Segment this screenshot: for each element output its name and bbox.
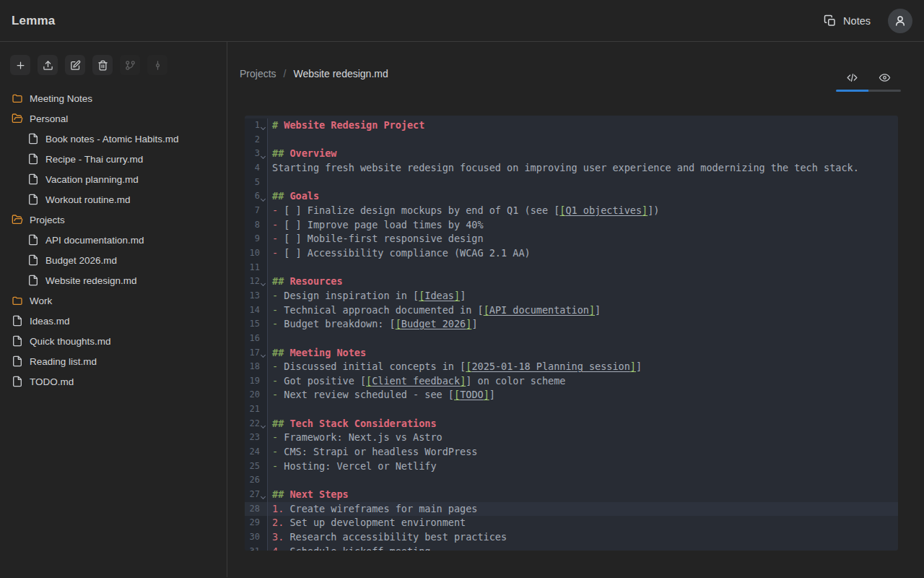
tree-item-vacation-planning-md[interactable]: Vacation planning.md <box>0 169 227 189</box>
fold-chevron-icon[interactable] <box>260 275 267 289</box>
wiki-link[interactable]: Budget 2026 <box>401 318 466 329</box>
fold-spacer <box>260 261 267 275</box>
line-content: - [ ] Finalize design mockups by end of … <box>268 204 660 218</box>
syntax-lb[interactable]: [ <box>366 375 372 387</box>
markdown-editor[interactable]: 1# Website Redesign Project2 3## Overvie… <box>245 116 898 551</box>
tree-item-label: TODO.md <box>30 376 74 387</box>
editor-line[interactable]: 14- Technical approach documented in [[A… <box>245 303 898 318</box>
tree-item-recipe-thai-curry-md[interactable]: Recipe - Thai curry.md <box>0 149 227 169</box>
tree-item-api-documentation-md[interactable]: API documentation.md <box>0 230 227 250</box>
notes-button[interactable]: Notes <box>819 12 875 30</box>
wiki-link[interactable]: Q1 objectives <box>565 204 642 216</box>
syntax-txt: Technical approach documented in [ <box>278 304 483 316</box>
fold-chevron-icon[interactable] <box>260 488 267 502</box>
file-tree: Meeting NotesPersonalBook notes - Atomic… <box>0 88 227 392</box>
fold-chevron-icon[interactable] <box>260 147 267 161</box>
fold-chevron-icon[interactable] <box>260 189 267 204</box>
tree-item-todo-md[interactable]: TODO.md <box>0 371 227 392</box>
tree-item-meeting-notes[interactable]: Meeting Notes <box>0 88 227 108</box>
line-gutter: 18 <box>245 360 268 374</box>
editor-line[interactable]: 20- Next review scheduled - see [[TODO]] <box>245 388 898 402</box>
editor-line[interactable]: 16 <box>245 332 898 346</box>
editor-line[interactable]: 9- [ ] Mobile-first responsive design <box>245 232 898 246</box>
editor-line[interactable]: 11 <box>245 261 898 275</box>
line-content: - Hosting: Vercel or Netlify <box>268 460 437 474</box>
syntax-lb[interactable]: ] <box>642 204 648 216</box>
editor-line[interactable]: 2 <box>245 133 898 147</box>
tree-item-workout-routine-md[interactable]: Workout routine.md <box>0 189 227 210</box>
tree-item-budget-2026-md[interactable]: Budget 2026.md <box>0 250 227 270</box>
notes-label: Notes <box>843 15 871 27</box>
tree-item-label: Budget 2026.md <box>45 255 117 266</box>
file-icon <box>27 194 39 205</box>
wiki-link[interactable]: Client feedback <box>372 375 460 387</box>
editor-line[interactable]: 22## Tech Stack Considerations <box>245 417 898 431</box>
avatar-button[interactable] <box>888 9 912 33</box>
editor-line[interactable]: 13- Design inspiration in [[Ideas]] <box>245 289 898 303</box>
add-note-button[interactable] <box>10 55 30 75</box>
wiki-link[interactable]: TODO <box>460 389 484 400</box>
syntax-lb[interactable]: ] <box>484 389 489 400</box>
editor-line[interactable]: 12## Resources <box>245 275 898 289</box>
editor-line[interactable]: 292. Set up development environment <box>245 516 898 530</box>
editor-line[interactable]: 314. Schedule kickoff meeting <box>245 545 898 551</box>
editor-line[interactable]: 8- [ ] Improve page load times by 40% <box>245 218 898 233</box>
tree-item-quick-thoughts-md[interactable]: Quick thoughts.md <box>0 331 227 351</box>
editor-line[interactable]: 6## Goals <box>245 189 898 204</box>
tree-item-book-notes-atomic-habits-md[interactable]: Book notes - Atomic Habits.md <box>0 129 227 149</box>
editor-line[interactable]: 303. Research accessibility best practic… <box>245 530 898 545</box>
editor-line[interactable]: 21 <box>245 402 898 417</box>
editor-line[interactable]: 27## Next Steps <box>245 488 898 502</box>
wiki-link[interactable]: Ideas <box>424 290 454 301</box>
fold-spacer <box>260 360 267 374</box>
editor-line[interactable]: 3## Overview <box>245 147 898 161</box>
preview-view-tab[interactable] <box>868 68 901 87</box>
tree-item-personal[interactable]: Personal <box>0 108 227 129</box>
editor-line[interactable]: 7- [ ] Finalize design mockups by end of… <box>245 204 898 218</box>
tree-item-label: Ideas.md <box>30 316 70 327</box>
editor-line[interactable]: 26 <box>245 473 898 488</box>
tree-item-work[interactable]: Work <box>0 290 227 311</box>
tree-item-reading-list-md[interactable]: Reading list.md <box>0 351 227 371</box>
wiki-link[interactable]: API documentation <box>489 304 589 316</box>
code-view-tab[interactable] <box>836 68 868 87</box>
syntax-hash: ## <box>272 418 284 429</box>
syntax-lb[interactable]: [ <box>454 389 460 400</box>
editor-line[interactable]: 25- Hosting: Vercel or Netlify <box>245 460 898 474</box>
editor-line[interactable]: 10- [ ] Accessibility compliance (WCAG 2… <box>245 246 898 261</box>
editor-line[interactable]: 18- Discussed initial concepts in [[2025… <box>245 360 898 374</box>
folder-open-icon <box>12 113 23 124</box>
editor-line[interactable]: 4Starting fresh website redesign focused… <box>245 161 898 176</box>
tree-item-website-redesign-md[interactable]: Website redesign.md <box>0 270 227 290</box>
wiki-link[interactable]: 2025-01-18 Planning session <box>471 361 629 372</box>
syntax-lb[interactable]: ] <box>630 361 636 372</box>
file-icon <box>27 254 39 266</box>
editor-line[interactable]: 281. Create wireframes for main pages <box>245 502 898 517</box>
editor-line[interactable]: 1# Website Redesign Project <box>245 118 898 133</box>
edit-button[interactable] <box>65 55 85 75</box>
fold-chevron-icon[interactable] <box>260 118 267 133</box>
editor-line[interactable]: 5 <box>245 176 898 190</box>
fold-chevron-icon[interactable] <box>260 417 267 431</box>
fold-chevron-icon[interactable] <box>260 346 267 361</box>
syntax-lb[interactable]: [ <box>484 304 489 316</box>
tree-item-label: Website redesign.md <box>45 275 137 286</box>
editor-line[interactable]: 23- Framework: Next.js vs Astro <box>245 431 898 445</box>
tree-item-label: Projects <box>30 215 65 225</box>
upload-button[interactable] <box>38 55 58 75</box>
delete-button[interactable] <box>92 55 113 75</box>
tree-item-ideas-md[interactable]: Ideas.md <box>0 311 227 331</box>
syntax-lb[interactable]: [ <box>396 318 401 329</box>
breadcrumb-folder[interactable]: Projects <box>240 68 276 79</box>
editor-line[interactable]: 17## Meeting Notes <box>245 346 898 361</box>
syntax-lb[interactable]: ] <box>454 290 460 301</box>
syntax-lb[interactable]: ] <box>589 304 595 316</box>
line-gutter: 1 <box>245 118 268 133</box>
syntax-txt: Schedule kickoff meeting <box>284 545 430 551</box>
syntax-head: Overview <box>284 147 336 159</box>
editor-line[interactable]: 19- Got positive [[Client feedback]] on … <box>245 374 898 389</box>
editor-line[interactable]: 15- Budget breakdown: [[Budget 2026]] <box>245 317 898 332</box>
line-content: - [ ] Improve page load times by 40% <box>268 218 484 233</box>
tree-item-projects[interactable]: Projects <box>0 210 227 230</box>
editor-line[interactable]: 24- CMS: Strapi or headless WordPress <box>245 445 898 460</box>
